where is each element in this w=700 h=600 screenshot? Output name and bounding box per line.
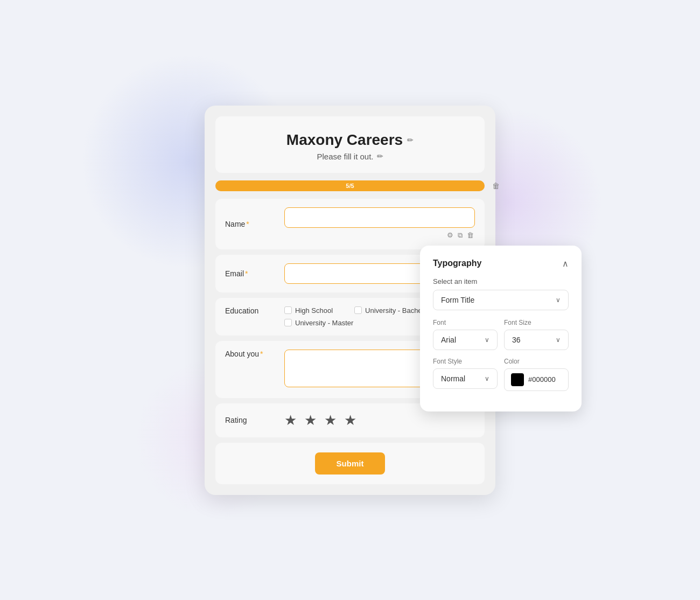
font-size-label: Font Size [504,319,569,326]
rating-label: Rating [225,416,274,424]
edu-option-bachelor: University - Bachelor [354,306,430,315]
progress-container: 5/5 [215,180,485,191]
panel-header: Typography ∧ [433,259,569,269]
font-size-value: 36 [512,336,521,344]
progress-section: 5/5 🗑 [215,180,485,191]
font-size-dropdown[interactable]: 36 ∨ [504,330,569,350]
font-style-label: Font Style [433,358,498,365]
font-style-color-row: Font Style Normal ∨ Color #000000 [433,358,569,391]
panel-title: Typography [433,259,481,268]
font-value: Arial [441,336,456,344]
item-select-value: Form Title [441,296,474,304]
font-chevron: ∨ [485,336,489,344]
form-subtitle: Please fill it out. [317,152,373,161]
form-title-row: Maxony Careers ✏ [226,131,474,149]
about-label: About you * [225,350,274,358]
name-field-actions: ⚙ ⧉ 🗑 [284,230,475,241]
edu-label-highschool: High School [295,306,333,315]
main-container: Maxony Careers ✏ Please fill it out. ✏ 5… [205,106,495,495]
panel-collapse-icon[interactable]: ∧ [562,259,569,269]
font-style-dropdown[interactable]: Normal ∨ [433,368,498,389]
education-label: Education [225,306,274,315]
edu-option-master: University - Master [284,319,353,327]
name-delete-btn[interactable]: 🗑 [466,230,475,240]
edu-option-highschool: High School [284,306,333,315]
font-size-col: Font Size 36 ∨ [504,319,569,350]
rating-stars: ★ ★ ★ ★ [284,412,475,429]
form-title: Maxony Careers [286,131,403,149]
select-item-label: Select an item [433,277,569,285]
progress-label: 5/5 [346,183,354,189]
name-input-container: ⚙ ⧉ 🗑 [284,207,475,241]
typography-panel: Typography ∧ Select an item Form Title ∨… [420,246,582,411]
edu-checkbox-highschool[interactable] [284,306,292,314]
edu-label-master: University - Master [295,319,353,327]
submit-section: Submit [215,443,485,484]
progress-bar: 5/5 [215,180,485,191]
name-field-row: Name * ⚙ ⧉ 🗑 [215,199,485,249]
name-gear-btn[interactable]: ⚙ [446,230,454,240]
star-2[interactable]: ★ [304,412,317,429]
star-1[interactable]: ★ [284,412,297,429]
name-input[interactable] [284,207,475,228]
color-label: Color [504,358,569,365]
star-3[interactable]: ★ [324,412,337,429]
edu-checkbox-master[interactable] [284,319,292,326]
progress-delete-icon[interactable]: 🗑 [492,182,500,190]
color-picker-row[interactable]: #000000 [504,368,569,391]
about-required: * [260,350,263,358]
color-col: Color #000000 [504,358,569,391]
edu-checkbox-bachelor[interactable] [354,306,362,314]
font-size-chevron: ∨ [556,336,561,344]
item-select-dropdown[interactable]: Form Title ∨ [433,290,569,310]
name-copy-btn[interactable]: ⧉ [457,230,464,241]
font-col: Font Arial ∨ [433,319,498,350]
email-required: * [245,269,248,278]
form-header: Maxony Careers ✏ Please fill it out. ✏ [215,116,485,173]
color-hex-value: #000000 [528,375,556,383]
color-swatch [511,373,524,386]
name-required: * [246,220,249,228]
font-style-chevron: ∨ [485,375,489,382]
submit-button[interactable]: Submit [315,452,386,475]
font-font-size-row: Font Arial ∨ Font Size 36 ∨ [433,319,569,350]
star-4[interactable]: ★ [344,412,356,429]
name-label: Name * [225,220,274,228]
font-style-value: Normal [441,374,465,383]
edit-subtitle-icon[interactable]: ✏ [377,152,383,161]
edit-title-icon[interactable]: ✏ [407,136,414,144]
form-subtitle-row: Please fill it out. ✏ [226,152,474,161]
item-select-chevron: ∨ [556,296,561,304]
font-style-col: Font Style Normal ∨ [433,358,498,391]
email-label: Email * [225,269,274,278]
font-dropdown[interactable]: Arial ∨ [433,330,498,350]
font-label: Font [433,319,498,326]
